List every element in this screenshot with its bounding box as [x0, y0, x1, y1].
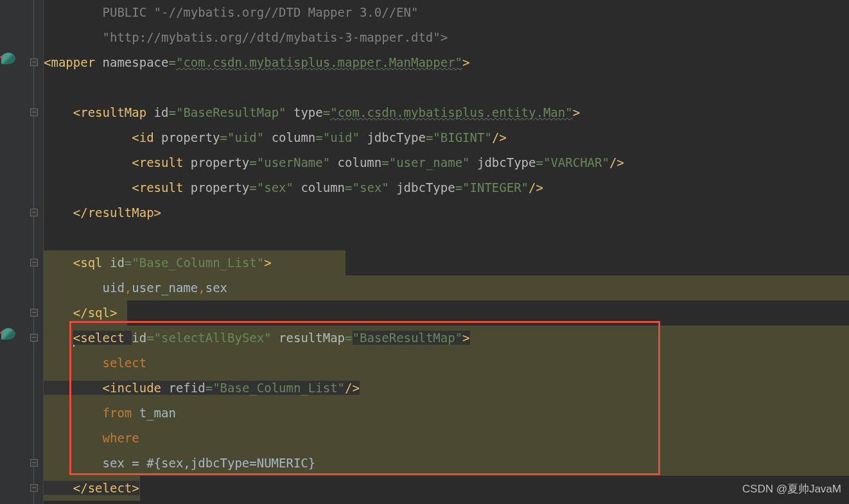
code-line[interactable]: from t_man — [44, 401, 849, 426]
fold-toggle-icon[interactable]: − — [30, 58, 38, 66]
fold-column[interactable]: − − − − − − − − — [28, 0, 42, 504]
code-line[interactable]: "http://mybatis.org//dtd/mybatis-3-mappe… — [44, 25, 849, 50]
code-line[interactable] — [44, 75, 849, 100]
code-line[interactable]: </select> — [44, 476, 849, 501]
code-editor[interactable]: − − − − − − − − PUBLIC "-//mybatis.org//… — [0, 0, 849, 504]
mybatis-bird-icon[interactable] — [1, 328, 15, 342]
code-line[interactable]: </sql> — [44, 300, 849, 326]
mybatis-bird-icon[interactable] — [1, 53, 15, 67]
code-line[interactable]: <result property="userName" column="user… — [44, 150, 849, 175]
fold-close-icon[interactable]: − — [30, 309, 38, 317]
fold-toggle-icon[interactable]: − — [30, 259, 38, 266]
code-line[interactable] — [44, 225, 849, 250]
code-line[interactable]: </resultMap> — [44, 200, 849, 225]
gutter[interactable]: − − − − − − − − — [0, 0, 44, 504]
code-line[interactable]: <include refid="Base_Column_List"/> — [44, 376, 849, 401]
code-line[interactable]: sex = #{sex,jdbcType=NUMERIC} — [44, 451, 849, 476]
code-line[interactable]: <sql id="Base_Column_List"> — [44, 250, 849, 275]
code-line[interactable]: PUBLIC "-//mybatis.org//DTD Mapper 3.0//… — [44, 0, 849, 25]
code-line[interactable]: select — [44, 351, 849, 376]
code-text: "http://mybatis.org//dtd/mybatis-3-mappe… — [44, 30, 448, 44]
watermark-text: CSDN @夏帅JavaM — [742, 476, 841, 501]
fold-close-icon[interactable]: − — [30, 484, 38, 492]
fold-close-icon[interactable]: − — [30, 459, 38, 467]
code-line[interactable]: where — [44, 426, 849, 451]
code-text-area[interactable]: PUBLIC "-//mybatis.org//DTD Mapper 3.0//… — [44, 0, 849, 504]
code-line[interactable]: <result property="sex" column="sex" jdbc… — [44, 175, 849, 200]
code-line[interactable]: <select id="selectAllBySex" resultMap="B… — [44, 326, 849, 351]
code-line[interactable]: <id property="uid" column="uid" jdbcType… — [44, 125, 849, 150]
code-text: PUBLIC "-//mybatis.org//DTD Mapper 3.0//… — [44, 5, 418, 19]
code-line[interactable]: <mapper namespace="com.csdn.mybatisplus.… — [44, 50, 849, 75]
fold-toggle-icon[interactable]: − — [30, 334, 38, 342]
fold-toggle-icon[interactable]: − — [30, 109, 38, 116]
code-line[interactable]: uid,user_name,sex — [44, 275, 849, 300]
fold-close-icon[interactable]: − — [30, 209, 38, 216]
code-line[interactable]: <resultMap id="BaseResultMap" type="com.… — [44, 100, 849, 125]
